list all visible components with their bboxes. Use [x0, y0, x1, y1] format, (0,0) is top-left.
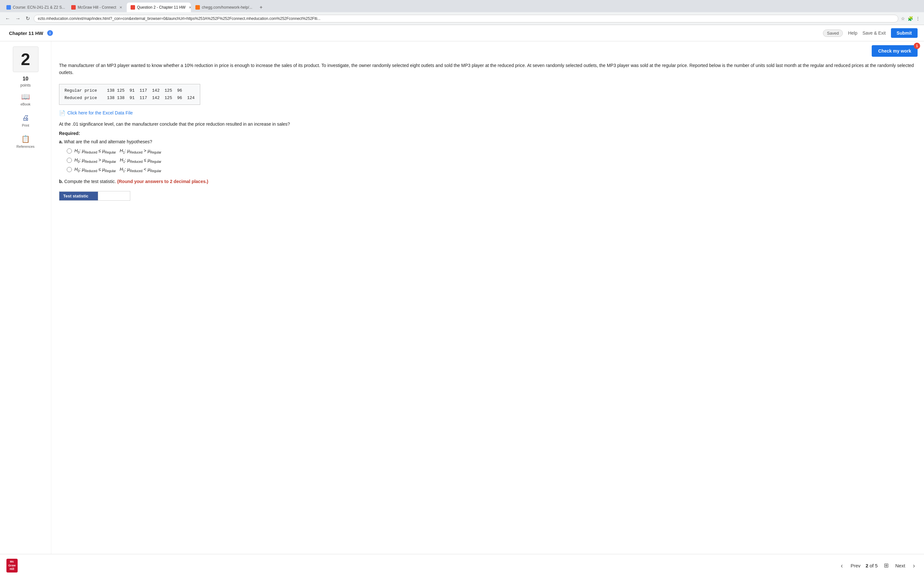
tab-1[interactable]: Course: ECN-241-Z1 & Z2 S... ✕	[3, 3, 67, 12]
reduced-price-label: Reduced price 138 138 91 117 142 125 96 …	[65, 95, 195, 100]
test-statistic-input[interactable]	[98, 191, 130, 200]
reload-button[interactable]: ↻	[24, 14, 31, 23]
app-header: Chapter 11 HW i Saved Help Save & Exit S…	[0, 25, 924, 41]
tab-1-label: Course: ECN-241-Z1 & Z2 S...	[13, 5, 65, 10]
tab-4-label: chegg.com/homework-help/...	[202, 5, 252, 10]
references-icon: 📋	[21, 135, 30, 143]
hypothesis-option-3[interactable]: H0: μReduced ≤ μRegular H1: μReduced < μ…	[67, 167, 916, 173]
tab-4-favicon	[195, 5, 200, 10]
info-icon[interactable]: i	[47, 30, 53, 36]
prev-arrow-button[interactable]: ‹	[838, 561, 846, 571]
tab-4[interactable]: chegg.com/homework-help/... ✕	[192, 3, 256, 12]
excel-data-link[interactable]: 📄 Click here for the Excel Data File	[59, 110, 916, 116]
footer-nav: Mc Graw Hill ‹ Prev 2 of 5 ⊞ Next ›	[0, 554, 924, 577]
question-number: 2	[21, 50, 30, 69]
points-label: points	[20, 83, 31, 87]
tab-2-close[interactable]: ✕	[120, 5, 122, 10]
new-tab-button[interactable]: +	[256, 3, 266, 12]
tab-3[interactable]: Question 2 - Chapter 11 HW ✕	[127, 3, 191, 12]
print-label: Print	[22, 123, 29, 127]
help-link[interactable]: Help	[848, 31, 857, 35]
part-a-letter: a.	[59, 139, 63, 144]
grid-icon-button[interactable]: ⊞	[883, 561, 890, 570]
round-note: (Round your answers to 2 decimal places.…	[117, 179, 208, 184]
question-number-box: 2	[13, 47, 39, 72]
sidebar-tool-ebook[interactable]: 📖 eBook	[18, 90, 33, 109]
address-bar-icons: ☆ 🧩 ⋮	[901, 16, 920, 21]
sidebar-tool-references[interactable]: 📋 References	[14, 132, 37, 151]
bookmark-icon[interactable]: ☆	[901, 16, 905, 21]
required-label: Required:	[59, 131, 916, 136]
main-layout: 2 10 points 📖 eBook 🖨 Print 📋 References…	[0, 41, 924, 577]
hypothesis-3-text: H0: μReduced ≤ μRegular H1: μReduced < μ…	[74, 167, 162, 173]
next-link[interactable]: Next	[895, 563, 905, 568]
page-info: 2 of 5	[866, 563, 877, 568]
tab-bar: Course: ECN-241-Z1 & Z2 S... ✕ McGraw Hi…	[0, 0, 924, 12]
browser-chrome: Course: ECN-241-Z1 & Z2 S... ✕ McGraw Hi…	[0, 0, 924, 25]
check-area: Check my work 1	[51, 41, 924, 57]
ebook-icon: 📖	[21, 93, 30, 101]
part-a-text: What are the null and alternate hypothes…	[64, 139, 152, 144]
logo-line3: Hill	[10, 567, 14, 571]
content-area: The manufacturer of an MP3 player wanted…	[51, 57, 924, 206]
check-my-work-label: Check my work	[878, 48, 911, 53]
check-my-work-button[interactable]: Check my work 1	[872, 45, 918, 57]
submit-button[interactable]: Submit	[891, 28, 918, 38]
back-button[interactable]: ←	[4, 15, 11, 23]
data-table-wrap: Regular price 138 125 91 117 142 125 96 …	[59, 84, 200, 105]
excel-icon: 📄	[59, 110, 65, 116]
tab-3-label: Question 2 - Chapter 11 HW	[137, 5, 186, 10]
tab-2-favicon	[71, 5, 76, 10]
test-statistic-label: Test statistic	[59, 192, 98, 200]
header-right: Saved Help Save & Exit Submit	[823, 28, 918, 38]
address-bar: ← → ↻ ezto.mheducation.com/ext/map/index…	[0, 12, 924, 25]
excel-link-text: Click here for the Excel Data File	[67, 110, 133, 115]
save-exit-link[interactable]: Save & Exit	[863, 31, 885, 35]
hypothesis-option-1[interactable]: H0: μReduced ≤ μRegular H1: μReduced > μ…	[67, 148, 916, 154]
check-badge: 1	[914, 43, 920, 49]
sidebar: 2 10 points 📖 eBook 🖨 Print 📋 References	[0, 41, 51, 577]
next-arrow-button[interactable]: ›	[910, 561, 918, 571]
footer-logo: Mc Graw Hill	[6, 559, 18, 572]
hypothesis-radio-group: H0: μReduced ≤ μRegular H1: μReduced > μ…	[67, 148, 916, 172]
tab-2[interactable]: McGraw Hill - Connect ✕	[67, 3, 126, 12]
tab-1-favicon	[6, 5, 11, 10]
tab-3-close[interactable]: ✕	[189, 5, 191, 10]
page-current: 2	[866, 563, 868, 568]
prev-link[interactable]: Prev	[851, 563, 861, 568]
hypothesis-radio-2[interactable]	[67, 158, 72, 163]
page-nav: ‹ Prev 2 of 5 ⊞ Next ›	[838, 561, 918, 571]
logo-area: Chapter 11 HW i	[6, 30, 53, 36]
part-b-letter: b.	[59, 179, 63, 184]
extensions-icon[interactable]: 🧩	[908, 16, 913, 21]
tab-2-label: McGraw Hill - Connect	[78, 5, 116, 10]
test-statistic-row: Test statistic	[59, 191, 130, 201]
part-b: b. Compute the test statistic. (Round yo…	[59, 179, 916, 201]
hypothesis-radio-3[interactable]	[67, 167, 72, 172]
url-text: ezto.mheducation.com/ext/map/index.html?…	[38, 16, 894, 21]
sidebar-tool-print[interactable]: 🖨 Print	[19, 111, 32, 130]
question-text: The manufacturer of an MP3 player wanted…	[59, 62, 916, 76]
url-bar[interactable]: ezto.mheducation.com/ext/map/index.html?…	[34, 15, 898, 23]
hypothesis-2-text: H0: μReduced > μRegular H1: μReduced ≤ μ…	[74, 157, 162, 163]
points-value: 10	[20, 76, 31, 82]
of-label: of 5	[869, 563, 877, 568]
tab-4-close[interactable]: ✕	[255, 5, 256, 10]
part-a-label: a. What are the null and alternate hypot…	[59, 139, 916, 144]
logo-line2: Graw	[8, 564, 16, 567]
part-b-text: Compute the test statistic.	[64, 179, 117, 184]
tab-3-favicon	[131, 5, 135, 10]
part-b-label: b. Compute the test statistic. (Round yo…	[59, 179, 916, 184]
data-table: Regular price 138 125 91 117 142 125 96 …	[59, 84, 200, 105]
saved-badge: Saved	[823, 29, 843, 37]
logo-line1: Mc	[10, 560, 14, 563]
ebook-label: eBook	[21, 102, 31, 106]
references-label: References	[16, 145, 34, 148]
hypothesis-radio-1[interactable]	[67, 148, 72, 153]
significance-text: At the .01 significance level, can the m…	[59, 121, 916, 127]
chapter-title: Chapter 11 HW	[9, 31, 43, 36]
forward-button[interactable]: →	[14, 15, 22, 23]
hypothesis-1-text: H0: μReduced ≤ μRegular H1: μReduced > μ…	[74, 148, 162, 154]
menu-icon[interactable]: ⋮	[916, 16, 920, 21]
hypothesis-option-2[interactable]: H0: μReduced > μRegular H1: μReduced ≤ μ…	[67, 157, 916, 163]
